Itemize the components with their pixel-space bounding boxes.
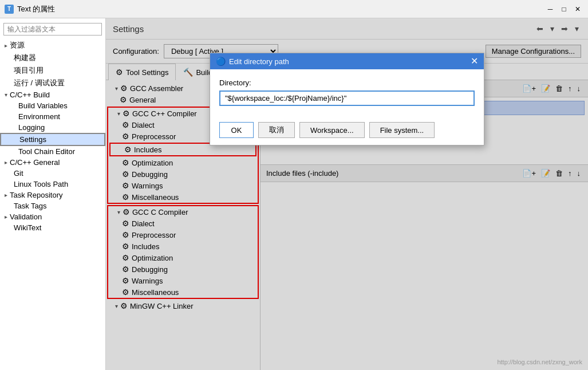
sidebar-item-label: 构建器 (14, 53, 36, 63)
sidebar-item-cpp-general[interactable]: C/C++ General (0, 157, 105, 168)
window-title: Text 的属性 (17, 4, 541, 14)
sidebar-item-git[interactable]: Git (0, 168, 105, 179)
sidebar-item-label: C/C++ Build (10, 90, 50, 99)
sidebar-item-linux-tools[interactable]: Linux Tools Path (0, 179, 105, 190)
sidebar-item-task-tags[interactable]: Task Tags (0, 200, 105, 211)
maximize-button[interactable]: □ (558, 3, 570, 15)
sidebar-item-build-vars[interactable]: Build Variables (0, 100, 105, 111)
sidebar-item-label: Settings (19, 135, 46, 144)
sidebar-item-task-repository[interactable]: Task Repository (0, 190, 105, 200)
right-panel: Include paths (-I) 📄+ 📝 🗑 ↑ ↓ "${workspa… (261, 80, 588, 370)
sidebar-item-project-ref[interactable]: 项目引用 (0, 64, 105, 77)
sidebar-item-label: Validation (10, 212, 42, 221)
close-button[interactable]: ✕ (572, 3, 583, 15)
task-repo-arrow (5, 192, 7, 198)
directory-label: Directory: (261, 80, 475, 87)
workspace-button[interactable]: Workspace... (299, 122, 365, 138)
sidebar-item-label: Linux Tools Path (14, 180, 68, 188)
sidebar-item-label: Logging (18, 123, 45, 132)
cpp-general-arrow (5, 159, 7, 166)
minimize-button[interactable]: ─ (544, 3, 556, 15)
sidebar-item-builder[interactable]: 构建器 (0, 52, 105, 64)
titlebar: T Text 的属性 ─ □ ✕ (0, 0, 588, 18)
sidebar-item-label: Build Variables (18, 101, 68, 110)
sidebar-item-label: Task Repository (10, 191, 62, 199)
sidebar-item-environment[interactable]: Environment (0, 111, 105, 122)
edit-directory-dialog: 🔵 Edit directory path ✕ Directory: OK 取消 (261, 80, 484, 145)
sidebar-item-label: Git (14, 169, 23, 178)
sidebar-item-settings[interactable]: Settings (0, 133, 105, 146)
sidebar-item-label: 运行 / 调试设置 (14, 78, 65, 88)
validation-arrow (5, 214, 7, 220)
sidebar-item-label: Environment (18, 112, 60, 121)
resources-arrow (5, 42, 7, 49)
sidebar-item-label: C/C++ General (10, 158, 60, 167)
directory-input[interactable] (261, 90, 475, 106)
app-icon: T (5, 5, 14, 14)
cpp-build-arrow (5, 92, 7, 98)
sidebar-item-toolchain-editor[interactable]: Tool Chain Editor (0, 146, 105, 157)
sidebar-item-run-debug[interactable]: 运行 / 调试设置 (0, 77, 105, 89)
sidebar-item-label: 项目引用 (14, 65, 44, 76)
sidebar-item-label: WikiText (14, 223, 41, 232)
sidebar-item-logging[interactable]: Logging (0, 122, 105, 133)
sidebar-item-resources[interactable]: 资源 (0, 39, 105, 52)
sidebar-item-label: Tool Chain Editor (18, 147, 75, 156)
main-layout: 资源 构建器 项目引用 运行 / 调试设置 C/C++ Build Build … (0, 18, 588, 370)
dialog-body: Directory: (261, 80, 484, 115)
sidebar-item-label: Task Tags (14, 202, 47, 210)
dialog-overlay: 🔵 Edit directory path ✕ Directory: OK 取消 (261, 80, 588, 370)
content-area: Settings ⬅ ▾ ➡ ▾ Configuration: Debug [ … (106, 18, 588, 370)
sidebar-item-wikitext[interactable]: WikiText (0, 222, 105, 233)
window-controls: ─ □ ✕ (544, 3, 583, 15)
sidebar: 资源 构建器 项目引用 运行 / 调试设置 C/C++ Build Build … (0, 18, 106, 370)
cancel-button[interactable]: 取消 (261, 122, 295, 138)
panels-area: ⚙ GCC Assembler ⚙ General ⚙ GCC C++ Comp… (106, 80, 588, 370)
sidebar-item-cpp-build[interactable]: C/C++ Build (0, 89, 105, 100)
sidebar-filter-input[interactable] (3, 23, 102, 36)
dialog-buttons: OK 取消 Workspace... File system... (261, 115, 484, 145)
sidebar-item-label: 资源 (10, 40, 25, 50)
filesystem-button[interactable]: File system... (369, 122, 435, 138)
sidebar-item-validation[interactable]: Validation (0, 211, 105, 222)
